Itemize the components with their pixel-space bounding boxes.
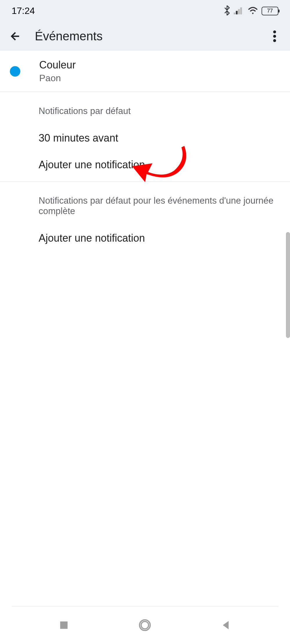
status-bar: 17:24 77 — [0, 0, 290, 22]
status-icons-group: 77 — [224, 6, 278, 17]
all-day-notifications-section: Notifications par défaut pour les événem… — [0, 182, 290, 255]
wifi-icon — [248, 6, 258, 16]
notification-item[interactable]: 30 minutes avant — [0, 125, 290, 152]
default-notifications-section: Notifications par défaut 30 minutes avan… — [0, 92, 290, 182]
svg-rect-1 — [236, 11, 238, 14]
add-notification-button[interactable]: Ajouter une notification — [0, 152, 290, 181]
svg-point-5 — [273, 35, 276, 38]
page-title: Événements — [35, 29, 255, 43]
svg-rect-0 — [234, 12, 235, 14]
color-swatch-icon — [10, 66, 20, 77]
svg-point-9 — [141, 621, 149, 629]
svg-rect-3 — [240, 7, 242, 14]
svg-rect-7 — [60, 621, 68, 629]
more-menu-button[interactable] — [267, 29, 282, 44]
navigation-bar — [0, 606, 290, 644]
add-all-day-notification-button[interactable]: Ajouter une notification — [0, 225, 290, 255]
home-button[interactable] — [136, 616, 154, 634]
default-notifications-header: Notifications par défaut — [0, 92, 290, 125]
color-text-group: Couleur Paon — [39, 59, 76, 84]
recent-apps-button[interactable] — [55, 616, 73, 634]
svg-point-4 — [273, 30, 276, 33]
status-time: 17:24 — [12, 6, 35, 16]
back-button[interactable] — [8, 29, 23, 44]
scrollbar[interactable] — [286, 232, 290, 338]
bluetooth-icon — [224, 6, 230, 17]
battery-level: 77 — [267, 8, 273, 14]
all-day-notifications-header: Notifications par défaut pour les événem… — [0, 182, 290, 225]
color-setting-row[interactable]: Couleur Paon — [0, 51, 290, 92]
content-area: Couleur Paon Notifications par défaut 30… — [0, 51, 290, 255]
color-value: Paon — [39, 73, 76, 84]
svg-rect-2 — [238, 9, 240, 14]
svg-point-6 — [273, 39, 276, 42]
battery-icon: 77 — [262, 7, 278, 15]
signal-icon — [234, 6, 244, 16]
back-nav-button[interactable] — [217, 616, 235, 634]
color-label: Couleur — [39, 59, 76, 71]
app-bar: Événements — [0, 22, 290, 51]
